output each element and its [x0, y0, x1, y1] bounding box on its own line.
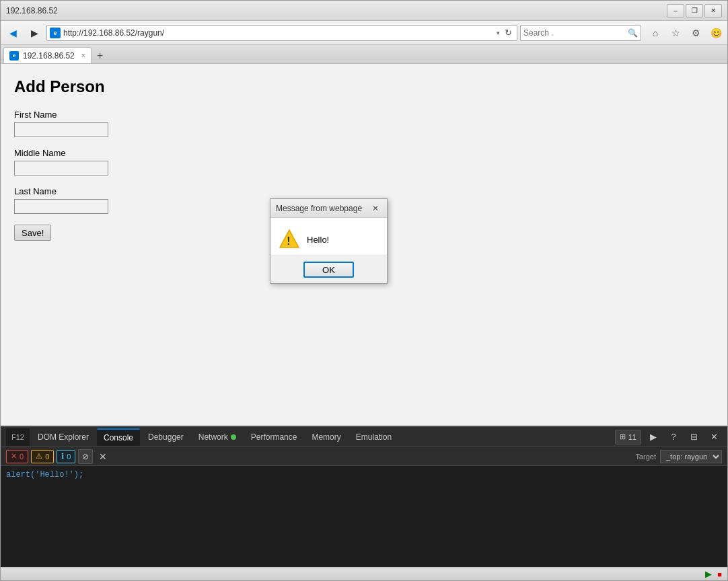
- devtools-tab-dom-explorer[interactable]: DOM Explorer: [31, 428, 96, 446]
- dom-explorer-label: DOM Explorer: [38, 432, 89, 442]
- devtools-tab-debugger[interactable]: Debugger: [141, 428, 190, 446]
- console-target-select[interactable]: _top: raygun: [660, 450, 722, 463]
- new-tab-button[interactable]: +: [93, 48, 108, 63]
- debugger-label: Debugger: [148, 432, 184, 442]
- info-badge[interactable]: ℹ 0: [57, 450, 75, 463]
- address-input[interactable]: [63, 28, 494, 38]
- browser-tab-active[interactable]: e 192.168.86.52 ×: [3, 47, 92, 63]
- search-bar[interactable]: 🔍: [520, 25, 641, 41]
- network-label: Network: [198, 432, 228, 442]
- title-bar: 192.168.86.52 – ❐ ✕: [1, 1, 727, 21]
- console-target-label: Target: [635, 453, 656, 461]
- warning-icon: !: [279, 229, 300, 250]
- address-icon: e: [50, 28, 61, 38]
- tab-label: 192.168.86.52: [23, 51, 75, 61]
- page-content: Add Person First Name Middle Name Last N…: [1, 64, 727, 426]
- console-target-area: Target _top: raygun: [635, 450, 722, 463]
- restore-button[interactable]: ❐: [686, 4, 703, 17]
- favorites-button[interactable]: ☆: [667, 24, 684, 42]
- tabs-bar: e 192.168.86.52 × +: [1, 45, 727, 64]
- warning-icon: ⚠: [36, 452, 42, 461]
- devtools-tab-memory[interactable]: Memory: [305, 428, 347, 446]
- error-icon: ✕: [11, 452, 17, 461]
- devtools-screen-button[interactable]: ⊞ 11: [615, 430, 641, 444]
- emulation-label: Emulation: [356, 432, 392, 442]
- devtools-dock-button[interactable]: ⊟: [686, 429, 702, 445]
- devtools-count: 11: [628, 433, 636, 441]
- memory-label: Memory: [312, 432, 340, 442]
- devtools-panel: F12 DOM Explorer Console Debugger Networ…: [1, 426, 727, 567]
- dialog-overlay: Message from webpage ✕ ! Hello! OK: [1, 64, 727, 426]
- window-close-button[interactable]: ✕: [704, 4, 722, 17]
- info-icon: ℹ: [61, 452, 64, 461]
- info-count: 0: [67, 453, 71, 461]
- dialog-close-button[interactable]: ✕: [369, 202, 381, 215]
- devtools-toolbar: F12 DOM Explorer Console Debugger Networ…: [1, 427, 727, 447]
- back-button[interactable]: ◀: [3, 24, 22, 42]
- tab-close-button[interactable]: ×: [81, 52, 85, 59]
- devtools-expand-button[interactable]: ▶: [645, 429, 661, 445]
- devtools-help-button[interactable]: ?: [665, 429, 682, 445]
- devtools-right-controls: ⊞ 11 ▶ ? ⊟ ✕: [615, 429, 722, 445]
- console-filter-button[interactable]: ⊘: [78, 449, 93, 464]
- devtools-tab-network[interactable]: Network: [192, 428, 243, 446]
- warning-count: 0: [45, 453, 49, 461]
- tab-favicon: e: [9, 51, 19, 61]
- dialog-titlebar: Message from webpage ✕: [270, 199, 387, 218]
- dialog-message: Hello!: [307, 235, 329, 245]
- screen-icon: ⊞: [620, 432, 626, 441]
- status-play-button[interactable]: ▶: [705, 569, 712, 579]
- warning-badge[interactable]: ⚠ 0: [31, 450, 54, 463]
- console-line: alert('Hello!');: [6, 469, 722, 481]
- browser-window: 192.168.86.52 – ❐ ✕ ◀ ▶ e ▾ ↻ 🔍 ⌂ ☆ ⚙ 😊: [0, 0, 728, 581]
- devtools-tab-console[interactable]: Console: [97, 428, 140, 446]
- network-active-dot: [231, 434, 236, 440]
- devtools-f12-label: F12: [6, 428, 30, 446]
- address-bar[interactable]: e ▾ ↻: [46, 25, 517, 41]
- devtools-tab-performance[interactable]: Performance: [244, 428, 304, 446]
- error-count: 0: [20, 453, 24, 461]
- devtools-close-button[interactable]: ✕: [706, 429, 722, 445]
- devtools-tab-emulation[interactable]: Emulation: [349, 428, 398, 446]
- nav-right-icons: ⌂ ☆ ⚙ 😊: [647, 24, 725, 42]
- navigation-bar: ◀ ▶ e ▾ ↻ 🔍 ⌂ ☆ ⚙ 😊: [1, 21, 727, 45]
- alert-dialog: Message from webpage ✕ ! Hello! OK: [270, 198, 388, 284]
- settings-button[interactable]: ⚙: [687, 24, 704, 42]
- search-button[interactable]: 🔍: [628, 28, 638, 38]
- emoji-button[interactable]: 😊: [707, 24, 725, 42]
- console-clear-button[interactable]: ✕: [96, 449, 110, 464]
- status-bar-right: ▶ ■: [705, 569, 722, 579]
- error-badge[interactable]: ✕ 0: [6, 450, 28, 463]
- title-bar-controls: – ❐ ✕: [667, 4, 722, 17]
- dialog-footer: OK: [270, 256, 387, 283]
- status-bar: ▶ ■: [1, 567, 727, 580]
- title-bar-left: 192.168.86.52: [6, 6, 58, 15]
- svg-text:!: !: [287, 235, 290, 247]
- dialog-ok-button[interactable]: OK: [303, 262, 354, 278]
- console-label: Console: [104, 433, 133, 442]
- search-input[interactable]: [523, 28, 628, 38]
- dialog-title: Message from webpage: [276, 204, 362, 213]
- minimize-button[interactable]: –: [667, 4, 684, 17]
- forward-button[interactable]: ▶: [25, 24, 44, 42]
- refresh-button[interactable]: ↻: [503, 28, 514, 38]
- address-chevron-icon[interactable]: ▾: [497, 30, 500, 36]
- status-stop-button[interactable]: ■: [717, 570, 722, 578]
- dialog-body: ! Hello!: [270, 218, 387, 256]
- console-toolbar: ✕ 0 ⚠ 0 ℹ 0 ⊘ ✕ Target _top: raygun: [1, 447, 727, 466]
- window-title: 192.168.86.52: [6, 6, 58, 15]
- performance-label: Performance: [251, 432, 297, 442]
- home-button[interactable]: ⌂: [647, 24, 664, 42]
- console-content: alert('Hello!');: [1, 466, 727, 567]
